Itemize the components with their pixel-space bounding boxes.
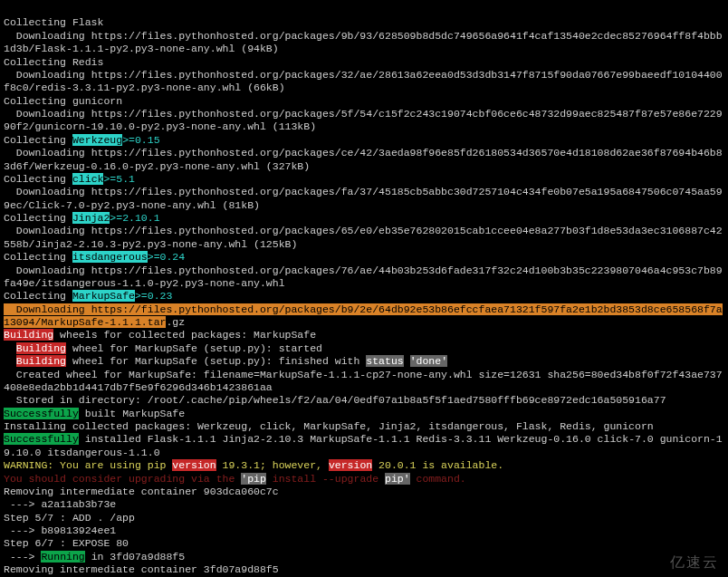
line: Downloading https://files.pythonhosted.o… (4, 225, 723, 249)
building-highlight: Building (16, 355, 66, 367)
version-highlight: version (329, 459, 372, 471)
building-highlight: Building (16, 342, 66, 354)
line: Stored in directory: /root/.cache/pip/wh… (4, 394, 666, 406)
line: Downloading https://files.pythonhosted.o… (4, 303, 723, 328)
line: WARNING: You are using pip version 19.3.… (4, 459, 503, 471)
done-highlight: 'done' (410, 355, 447, 367)
line: Collecting Werkzeug>=0.15 (4, 134, 160, 146)
line: Created wheel for MarkupSafe: filename=M… (4, 369, 723, 393)
line: Building wheel for MarkupSafe (setup.py)… (4, 355, 447, 367)
running-highlight: Running (41, 551, 84, 563)
line: Collecting itsdangerous>=0.24 (4, 251, 185, 263)
line: Successfully installed Flask-1.1.1 Jinja… (4, 433, 723, 457)
pkg-werkzeug: Werkzeug (72, 134, 122, 146)
line: Collecting gunicorn (4, 95, 122, 107)
line: Collecting Flask (4, 16, 103, 28)
line: Building wheel for MarkupSafe (setup.py)… (4, 342, 322, 354)
line: Downloading https://files.pythonhosted.o… (4, 264, 723, 289)
line: Removing intermediate container 903dca06… (4, 486, 279, 497)
line: ---> a2a11ab3b73e (4, 498, 116, 510)
line: Collecting click>=5.1 (4, 173, 135, 185)
success-highlight: Successfully (4, 433, 79, 445)
line: Collecting MarkupSafe>=0.23 (4, 290, 172, 302)
line: Downloading https://files.pythonhosted.o… (4, 147, 723, 171)
line: Downloading https://files.pythonhosted.o… (4, 186, 723, 210)
line: ---> Running in 3fd07a9d88f5 (4, 551, 185, 563)
pip-highlight: pip' (385, 473, 410, 485)
pkg-click: click (72, 173, 104, 185)
line: Installing collected packages: Werkzeug,… (4, 420, 654, 432)
line: Building wheels for collected packages: … (4, 329, 316, 341)
pkg-jinja2: Jinja2 (72, 212, 110, 224)
download-url-highlight: Downloading https://files.pythonhosted.o… (4, 303, 723, 328)
line: Downloading https://files.pythonhosted.o… (4, 69, 723, 93)
success-highlight: Successfully (4, 408, 79, 419)
status-highlight: status (366, 355, 403, 367)
line: You should consider upgrading via the 'p… (4, 473, 466, 485)
line: Step 5/7 : ADD . /app (4, 512, 135, 524)
building-highlight: Building (4, 329, 53, 341)
line: ---> b89813924ee1 (4, 524, 116, 536)
line: Collecting Jinja2>=2.10.1 (4, 212, 160, 224)
line: Downloading https://files.pythonhosted.o… (4, 30, 723, 54)
pkg-markupsafe: MarkupSafe (72, 290, 135, 302)
line: Downloading https://files.pythonhosted.o… (4, 108, 723, 132)
line: Collecting Redis (4, 56, 103, 68)
line: Step 6/7 : EXPOSE 80 (4, 537, 129, 549)
pkg-itsdangerous: itsdangerous (72, 251, 148, 263)
watermark-logo: 亿速云 (670, 553, 719, 572)
pip-highlight: 'pip (241, 473, 266, 485)
line: Removing intermediate container 3fd07a9d… (4, 563, 279, 575)
line: Successfully built MarkupSafe (4, 408, 185, 419)
version-highlight: version (172, 459, 216, 471)
terminal-output[interactable]: Collecting Flask Downloading https://fil… (4, 4, 724, 577)
